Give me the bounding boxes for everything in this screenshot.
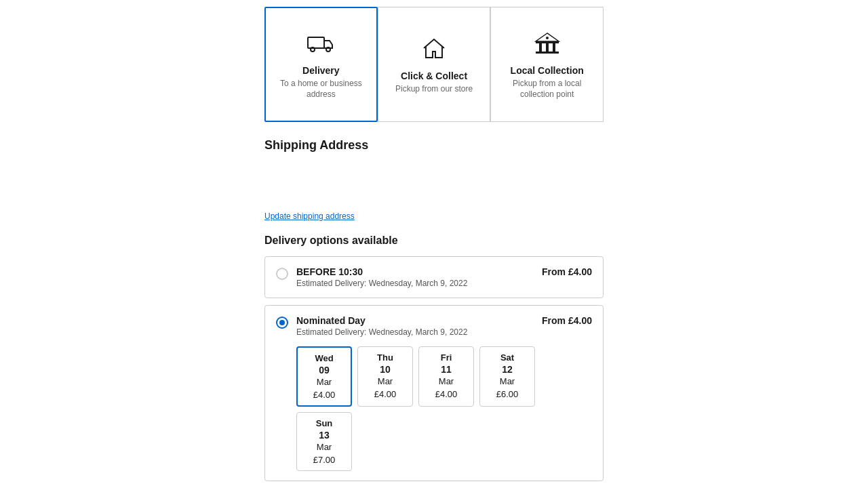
- day-name-sat: Sat: [484, 352, 530, 363]
- day-price-thu: £4.00: [362, 389, 408, 399]
- shipping-address-title: Shipping Address: [264, 138, 604, 152]
- day-num-fri: 11: [423, 364, 469, 375]
- delivery-card-local-collection-subtitle: Pickup from a local collection point: [499, 79, 595, 100]
- day-price-sun: £7.00: [301, 455, 347, 465]
- option-price-before-1030: From £4.00: [542, 266, 592, 277]
- radio-nominated-day[interactable]: [276, 317, 288, 329]
- day-card-wed[interactable]: Wed 09 Mar £4.00: [296, 346, 352, 407]
- option-price-nominated-day: From £4.00: [542, 315, 592, 326]
- day-num-sun: 13: [301, 430, 347, 441]
- truck-icon: [306, 28, 336, 58]
- option-details-before-1030: BEFORE 10:30 Estimated Delivery: Wednesd…: [296, 266, 592, 288]
- svg-rect-5: [539, 43, 542, 52]
- option-info-nominated-day: Nominated Day Estimated Delivery: Wednes…: [296, 315, 467, 337]
- day-card-fri[interactable]: Fri 11 Mar £4.00: [418, 346, 474, 407]
- delivery-option-nominated-day[interactable]: Nominated Day Estimated Delivery: Wednes…: [264, 305, 604, 481]
- option-container-nominated-day: Nominated Day Estimated Delivery: Wednes…: [296, 315, 592, 471]
- svg-point-8: [546, 37, 549, 39]
- day-month-wed: Mar: [302, 377, 347, 387]
- delivery-card-delivery-subtitle: To a home or business address: [274, 79, 368, 100]
- day-name-sun: Sun: [301, 418, 347, 428]
- address-placeholder: [264, 163, 604, 204]
- day-month-sat: Mar: [484, 376, 530, 386]
- day-name-fri: Fri: [423, 352, 469, 363]
- home-icon: [419, 34, 449, 64]
- option-details-nominated-day: Nominated Day Estimated Delivery: Wednes…: [296, 315, 592, 337]
- bank-icon: [532, 28, 562, 58]
- svg-point-1: [311, 47, 315, 52]
- day-num-thu: 10: [362, 364, 408, 375]
- day-price-sat: £6.00: [484, 389, 530, 399]
- day-price-wed: £4.00: [302, 390, 347, 400]
- day-name-thu: Thu: [362, 352, 408, 363]
- day-num-sat: 12: [484, 364, 530, 375]
- option-name-nominated-day: Nominated Day: [296, 315, 467, 326]
- option-info-before-1030: BEFORE 10:30 Estimated Delivery: Wednesd…: [296, 266, 467, 288]
- delivery-type-cards: Delivery To a home or business address C…: [264, 7, 604, 122]
- day-card-thu[interactable]: Thu 10 Mar £4.00: [357, 346, 413, 407]
- day-card-sat[interactable]: Sat 12 Mar £6.00: [479, 346, 535, 407]
- svg-rect-0: [308, 37, 324, 48]
- page-container: Delivery To a home or business address C…: [0, 0, 868, 488]
- delivery-card-click-collect[interactable]: Click & Collect Pickup from our store: [378, 7, 491, 122]
- day-picker: Wed 09 Mar £4.00 Thu 10 Mar £4.00 Fri 11: [296, 346, 592, 471]
- day-card-sun[interactable]: Sun 13 Mar £7.00: [296, 412, 352, 471]
- svg-point-2: [326, 47, 330, 52]
- svg-rect-6: [546, 43, 549, 52]
- delivery-option-before-1030[interactable]: BEFORE 10:30 Estimated Delivery: Wednesd…: [264, 256, 604, 298]
- option-name-before-1030: BEFORE 10:30: [296, 266, 467, 277]
- day-month-thu: Mar: [362, 376, 408, 386]
- option-est-before-1030: Estimated Delivery: Wednesday, March 9, …: [296, 279, 467, 288]
- day-num-wed: 09: [302, 365, 347, 375]
- option-est-nominated-day: Estimated Delivery: Wednesday, March 9, …: [296, 327, 467, 337]
- day-name-wed: Wed: [302, 353, 347, 363]
- day-month-sun: Mar: [301, 442, 347, 452]
- day-price-fri: £4.00: [423, 389, 469, 399]
- delivery-card-local-collection-title: Local Collection: [511, 65, 584, 76]
- delivery-options-title: Delivery options available: [264, 235, 604, 247]
- day-month-fri: Mar: [423, 376, 469, 386]
- svg-rect-7: [553, 43, 555, 52]
- delivery-card-click-collect-title: Click & Collect: [401, 70, 467, 81]
- delivery-card-delivery-title: Delivery: [302, 65, 339, 76]
- delivery-card-delivery[interactable]: Delivery To a home or business address: [264, 7, 378, 122]
- main-content: Delivery To a home or business address C…: [258, 7, 610, 488]
- delivery-card-click-collect-subtitle: Pickup from our store: [395, 84, 473, 95]
- svg-rect-3: [536, 52, 559, 54]
- delivery-card-local-collection[interactable]: Local Collection Pickup from a local col…: [490, 7, 604, 122]
- update-shipping-address-link[interactable]: Update shipping address: [264, 211, 355, 221]
- radio-before-1030[interactable]: [276, 268, 288, 280]
